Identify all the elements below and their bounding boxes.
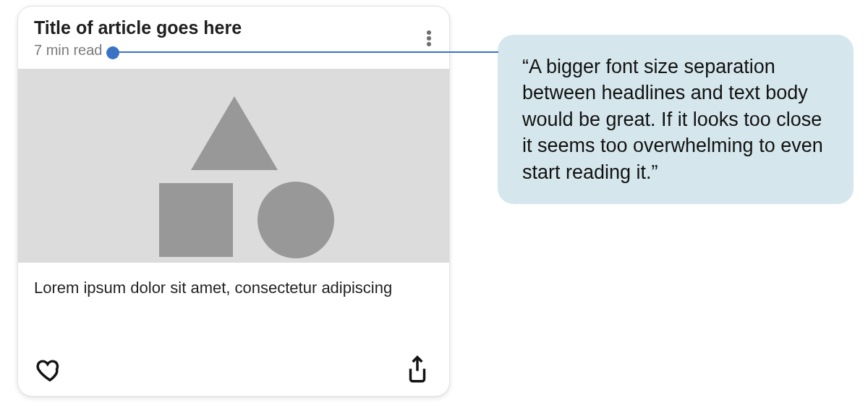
share-icon	[404, 355, 431, 385]
feedback-callout: “A bigger font size separation between h…	[498, 35, 854, 204]
article-excerpt: Lorem ipsum dolor sit amet, consectetur …	[18, 263, 449, 299]
more-vertical-icon	[427, 29, 431, 48]
shapes-placeholder-icon	[18, 69, 450, 263]
article-card: Title of article goes here 7 min read Lo…	[17, 6, 450, 397]
card-header: Title of article goes here 7 min read	[18, 7, 449, 66]
like-button[interactable]	[34, 354, 66, 386]
heart-icon	[36, 356, 64, 384]
share-button[interactable]	[401, 354, 433, 386]
more-button[interactable]	[413, 22, 445, 54]
svg-rect-1	[159, 183, 233, 257]
svg-marker-0	[191, 96, 278, 170]
annotation-connector	[112, 51, 498, 54]
hero-image-placeholder	[18, 69, 449, 263]
card-footer	[18, 350, 449, 396]
article-title: Title of article goes here	[34, 17, 404, 39]
svg-point-2	[258, 182, 334, 258]
